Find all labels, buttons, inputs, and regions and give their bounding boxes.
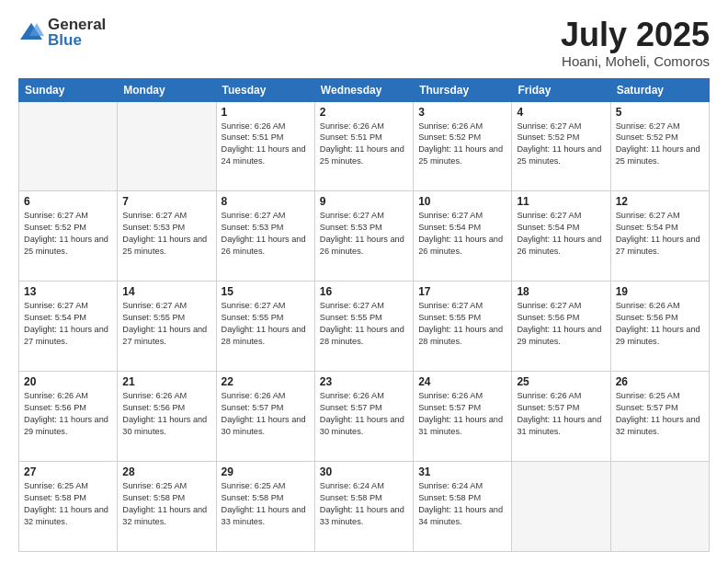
day-number: 12	[616, 195, 704, 208]
calendar-header-friday: Friday	[512, 78, 610, 101]
day-detail: Sunrise: 6:27 AM Sunset: 5:54 PM Dayligh…	[418, 210, 506, 258]
calendar-cell: 26Sunrise: 6:25 AM Sunset: 5:57 PM Dayli…	[610, 372, 709, 462]
day-number: 7	[122, 195, 210, 208]
day-number: 3	[418, 106, 506, 119]
calendar-cell: 28Sunrise: 6:25 AM Sunset: 5:58 PM Dayli…	[118, 462, 216, 552]
week-row-4: 20Sunrise: 6:26 AM Sunset: 5:56 PM Dayli…	[19, 372, 710, 462]
title-block: July 2025 Hoani, Moheli, Comoros	[561, 17, 710, 69]
page: General Blue July 2025 Hoani, Moheli, Co…	[0, 0, 728, 563]
day-number: 9	[320, 195, 408, 208]
day-detail: Sunrise: 6:27 AM Sunset: 5:54 PM Dayligh…	[616, 210, 704, 258]
calendar-cell: 8Sunrise: 6:27 AM Sunset: 5:53 PM Daylig…	[216, 191, 314, 282]
calendar-cell: 14Sunrise: 6:27 AM Sunset: 5:55 PM Dayli…	[118, 282, 216, 372]
day-detail: Sunrise: 6:26 AM Sunset: 5:56 PM Dayligh…	[24, 390, 112, 438]
day-detail: Sunrise: 6:26 AM Sunset: 5:51 PM Dayligh…	[320, 121, 408, 168]
calendar-cell: 4Sunrise: 6:27 AM Sunset: 5:52 PM Daylig…	[512, 101, 610, 191]
calendar-cell: 18Sunrise: 6:27 AM Sunset: 5:56 PM Dayli…	[512, 282, 610, 372]
calendar-table: SundayMondayTuesdayWednesdayThursdayFrid…	[18, 78, 710, 552]
calendar-cell	[19, 101, 118, 191]
calendar-cell: 9Sunrise: 6:27 AM Sunset: 5:53 PM Daylig…	[314, 191, 413, 282]
calendar-cell: 3Sunrise: 6:26 AM Sunset: 5:52 PM Daylig…	[414, 101, 512, 191]
day-detail: Sunrise: 6:26 AM Sunset: 5:52 PM Dayligh…	[418, 121, 506, 168]
week-row-5: 27Sunrise: 6:25 AM Sunset: 5:58 PM Dayli…	[19, 462, 710, 552]
logo: General Blue	[18, 17, 106, 48]
day-number: 18	[517, 285, 605, 298]
day-detail: Sunrise: 6:27 AM Sunset: 5:53 PM Dayligh…	[222, 210, 310, 258]
calendar-header-row: SundayMondayTuesdayWednesdayThursdayFrid…	[19, 78, 710, 101]
day-detail: Sunrise: 6:26 AM Sunset: 5:57 PM Dayligh…	[517, 390, 605, 438]
day-detail: Sunrise: 6:27 AM Sunset: 5:54 PM Dayligh…	[517, 210, 605, 258]
calendar-header-monday: Monday	[118, 78, 216, 101]
day-detail: Sunrise: 6:27 AM Sunset: 5:54 PM Dayligh…	[24, 300, 112, 348]
day-number: 24	[418, 375, 506, 388]
day-number: 15	[222, 285, 310, 298]
day-number: 17	[418, 285, 506, 298]
day-number: 1	[222, 106, 310, 119]
day-number: 31	[418, 465, 506, 478]
week-row-2: 6Sunrise: 6:27 AM Sunset: 5:52 PM Daylig…	[19, 191, 710, 282]
day-detail: Sunrise: 6:27 AM Sunset: 5:55 PM Dayligh…	[320, 300, 408, 348]
calendar-cell: 21Sunrise: 6:26 AM Sunset: 5:56 PM Dayli…	[118, 372, 216, 462]
calendar-header-wednesday: Wednesday	[314, 78, 413, 101]
day-number: 23	[320, 375, 408, 388]
day-number: 29	[222, 465, 310, 478]
day-number: 5	[616, 106, 704, 119]
logo-icon	[18, 19, 44, 45]
logo-general-text: General	[48, 17, 106, 32]
day-detail: Sunrise: 6:26 AM Sunset: 5:56 PM Dayligh…	[616, 300, 704, 348]
calendar-cell	[610, 462, 709, 552]
day-number: 14	[122, 285, 210, 298]
week-row-3: 13Sunrise: 6:27 AM Sunset: 5:54 PM Dayli…	[19, 282, 710, 372]
day-number: 16	[320, 285, 408, 298]
day-number: 19	[616, 285, 704, 298]
calendar-cell: 1Sunrise: 6:26 AM Sunset: 5:51 PM Daylig…	[216, 101, 314, 191]
calendar-cell: 31Sunrise: 6:24 AM Sunset: 5:58 PM Dayli…	[414, 462, 512, 552]
day-number: 10	[418, 195, 506, 208]
day-detail: Sunrise: 6:26 AM Sunset: 5:57 PM Dayligh…	[320, 390, 408, 438]
day-detail: Sunrise: 6:26 AM Sunset: 5:56 PM Dayligh…	[122, 390, 210, 438]
calendar-cell: 25Sunrise: 6:26 AM Sunset: 5:57 PM Dayli…	[512, 372, 610, 462]
day-detail: Sunrise: 6:24 AM Sunset: 5:58 PM Dayligh…	[320, 480, 408, 528]
calendar-cell: 13Sunrise: 6:27 AM Sunset: 5:54 PM Dayli…	[19, 282, 118, 372]
calendar-header-sunday: Sunday	[19, 78, 118, 101]
day-detail: Sunrise: 6:25 AM Sunset: 5:58 PM Dayligh…	[222, 480, 310, 528]
calendar-cell: 20Sunrise: 6:26 AM Sunset: 5:56 PM Dayli…	[19, 372, 118, 462]
calendar-cell: 17Sunrise: 6:27 AM Sunset: 5:55 PM Dayli…	[414, 282, 512, 372]
calendar-cell: 19Sunrise: 6:26 AM Sunset: 5:56 PM Dayli…	[610, 282, 709, 372]
calendar-cell: 12Sunrise: 6:27 AM Sunset: 5:54 PM Dayli…	[610, 191, 709, 282]
day-number: 26	[616, 375, 704, 388]
header: General Blue July 2025 Hoani, Moheli, Co…	[18, 17, 710, 69]
calendar-cell: 24Sunrise: 6:26 AM Sunset: 5:57 PM Dayli…	[414, 372, 512, 462]
calendar-cell: 27Sunrise: 6:25 AM Sunset: 5:58 PM Dayli…	[19, 462, 118, 552]
calendar-cell: 22Sunrise: 6:26 AM Sunset: 5:57 PM Dayli…	[216, 372, 314, 462]
day-detail: Sunrise: 6:27 AM Sunset: 5:53 PM Dayligh…	[320, 210, 408, 258]
title-location: Hoani, Moheli, Comoros	[561, 53, 710, 69]
day-detail: Sunrise: 6:25 AM Sunset: 5:57 PM Dayligh…	[616, 390, 704, 438]
day-detail: Sunrise: 6:25 AM Sunset: 5:58 PM Dayligh…	[24, 480, 112, 528]
day-number: 4	[517, 106, 605, 119]
calendar-cell: 7Sunrise: 6:27 AM Sunset: 5:53 PM Daylig…	[118, 191, 216, 282]
day-detail: Sunrise: 6:26 AM Sunset: 5:57 PM Dayligh…	[418, 390, 506, 438]
day-number: 13	[24, 285, 112, 298]
calendar-cell: 30Sunrise: 6:24 AM Sunset: 5:58 PM Dayli…	[314, 462, 413, 552]
day-detail: Sunrise: 6:27 AM Sunset: 5:55 PM Dayligh…	[418, 300, 506, 348]
calendar-cell	[118, 101, 216, 191]
calendar-cell: 6Sunrise: 6:27 AM Sunset: 5:52 PM Daylig…	[19, 191, 118, 282]
calendar-cell: 5Sunrise: 6:27 AM Sunset: 5:52 PM Daylig…	[610, 101, 709, 191]
day-detail: Sunrise: 6:27 AM Sunset: 5:55 PM Dayligh…	[122, 300, 210, 348]
day-detail: Sunrise: 6:27 AM Sunset: 5:55 PM Dayligh…	[222, 300, 310, 348]
day-number: 6	[24, 195, 112, 208]
day-detail: Sunrise: 6:27 AM Sunset: 5:56 PM Dayligh…	[517, 300, 605, 348]
week-row-1: 1Sunrise: 6:26 AM Sunset: 5:51 PM Daylig…	[19, 101, 710, 191]
day-number: 20	[24, 375, 112, 388]
calendar-cell	[512, 462, 610, 552]
title-month: July 2025	[561, 17, 710, 53]
day-detail: Sunrise: 6:26 AM Sunset: 5:51 PM Dayligh…	[222, 121, 310, 168]
day-number: 11	[517, 195, 605, 208]
day-detail: Sunrise: 6:27 AM Sunset: 5:53 PM Dayligh…	[122, 210, 210, 258]
day-number: 22	[222, 375, 310, 388]
day-number: 21	[122, 375, 210, 388]
day-number: 30	[320, 465, 408, 478]
calendar-header-tuesday: Tuesday	[216, 78, 314, 101]
day-number: 28	[122, 465, 210, 478]
